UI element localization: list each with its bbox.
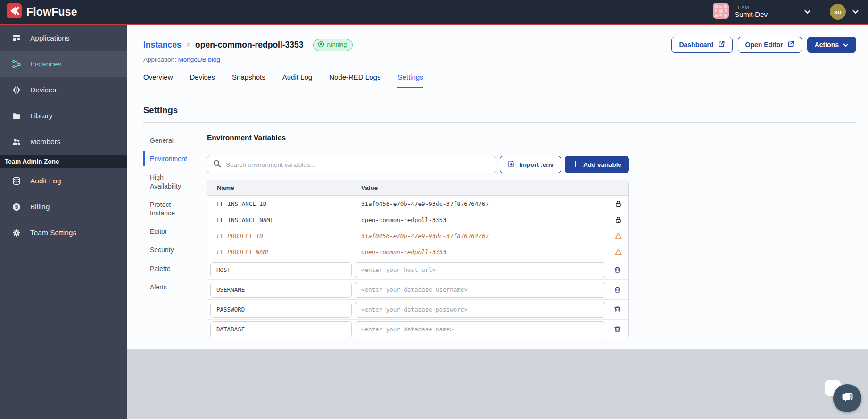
gear-icon bbox=[12, 228, 21, 238]
sidebar-item-label: Devices bbox=[30, 86, 56, 94]
sidebar-item-label: Library bbox=[30, 112, 52, 120]
status-badge-label: running bbox=[327, 41, 347, 48]
application-label: Application: bbox=[143, 56, 176, 63]
sidebar-item-label: Members bbox=[30, 138, 61, 146]
lock-icon bbox=[608, 216, 628, 224]
team-label: TEAM: bbox=[735, 5, 768, 10]
instance-tabs: Overview Devices Snapshots Audit Log Nod… bbox=[143, 73, 856, 88]
settings-nav: General Environment High Availability Pr… bbox=[143, 127, 198, 349]
topbar: FlowFuse TEAM: Sumit-Dev su bbox=[0, 0, 868, 25]
breadcrumb-instances-link[interactable]: Instances bbox=[143, 40, 182, 50]
env-name-input[interactable] bbox=[210, 282, 352, 298]
open-editor-button[interactable]: Open Editor bbox=[738, 37, 802, 53]
team-selector[interactable]: TEAM: Sumit-Dev bbox=[704, 0, 821, 24]
library-icon bbox=[12, 111, 21, 121]
env-value-input[interactable] bbox=[355, 282, 605, 298]
dashboard-button[interactable]: Dashboard bbox=[671, 37, 732, 53]
status-badge: running bbox=[313, 39, 353, 51]
column-header-name: Name bbox=[207, 184, 361, 191]
team-admin-zone-label: Team Admin Zone bbox=[0, 155, 127, 168]
environment-panel: Environment Variables Import .env bbox=[198, 127, 856, 349]
env-name-input[interactable] bbox=[210, 262, 352, 278]
trash-icon[interactable] bbox=[609, 305, 626, 313]
external-link-icon bbox=[787, 41, 794, 49]
sidebar-item-devices[interactable]: Devices bbox=[0, 77, 127, 103]
env-row-database bbox=[207, 319, 628, 339]
sidebar-item-label: Audit Log bbox=[30, 177, 61, 185]
tab-audit-log[interactable]: Audit Log bbox=[282, 73, 312, 88]
tab-overview[interactable]: Overview bbox=[143, 73, 173, 88]
tab-snapshots[interactable]: Snapshots bbox=[232, 73, 265, 88]
svg-text:$: $ bbox=[15, 204, 18, 210]
sidebar-item-library[interactable]: Library bbox=[0, 103, 127, 129]
env-var-value: open-common-redpoll-3353 bbox=[361, 216, 608, 223]
sidebar-item-label: Applications bbox=[30, 34, 70, 42]
team-avatar bbox=[713, 3, 729, 21]
settings-nav-high-availability[interactable]: High Availability bbox=[143, 170, 198, 193]
trash-icon[interactable] bbox=[609, 286, 626, 294]
sidebar-item-applications[interactable]: Applications bbox=[0, 25, 127, 51]
open-editor-button-label: Open Editor bbox=[745, 41, 783, 49]
brand-name: FlowFuse bbox=[26, 6, 77, 18]
sidebar-item-team-settings[interactable]: Team Settings bbox=[0, 220, 127, 246]
search-input[interactable] bbox=[226, 161, 490, 168]
sidebar-item-audit-log[interactable]: Audit Log bbox=[0, 168, 127, 194]
env-name-input[interactable] bbox=[210, 302, 352, 318]
billing-icon: $ bbox=[12, 202, 21, 212]
warning-icon bbox=[608, 248, 628, 256]
application-link[interactable]: MongoDB blog bbox=[178, 56, 220, 63]
env-row-username bbox=[207, 279, 628, 299]
main-area: Instances > open-common-redpoll-3353 run… bbox=[127, 25, 868, 419]
env-value-input[interactable] bbox=[355, 302, 605, 318]
env-row-password bbox=[207, 299, 628, 319]
add-variable-button[interactable]: Add variable bbox=[565, 156, 629, 173]
members-icon bbox=[12, 137, 21, 147]
env-value-input[interactable] bbox=[355, 262, 605, 278]
tab-node-red-logs[interactable]: Node-RED Logs bbox=[329, 73, 380, 88]
settings-nav-palette[interactable]: Palette bbox=[143, 261, 198, 276]
settings-nav-protect-instance[interactable]: Protect Instance bbox=[143, 197, 198, 221]
trash-icon[interactable] bbox=[609, 325, 626, 333]
tab-devices[interactable]: Devices bbox=[190, 73, 215, 88]
env-row-ff-instance-id: FF_INSTANCE_ID 31af0456-e70b-47e9-93dc-3… bbox=[207, 196, 628, 212]
audit-log-icon bbox=[12, 176, 21, 186]
env-variables-table: Name Value FF_INSTANCE_ID 31af0456-e70b-… bbox=[207, 180, 629, 339]
env-var-name: FF_INSTANCE_NAME bbox=[207, 216, 361, 223]
env-name-input[interactable] bbox=[210, 321, 352, 337]
add-variable-label: Add variable bbox=[583, 161, 621, 168]
warning-icon bbox=[608, 232, 628, 240]
trash-icon[interactable] bbox=[609, 266, 626, 274]
flowfuse-brand[interactable]: FlowFuse bbox=[7, 3, 77, 20]
import-env-button[interactable]: Import .env bbox=[500, 156, 561, 173]
env-row-host bbox=[207, 260, 628, 279]
env-row-ff-instance-name: FF_INSTANCE_NAME open-common-redpoll-335… bbox=[207, 212, 628, 228]
sidebar-item-members[interactable]: Members bbox=[0, 129, 127, 155]
chat-button[interactable] bbox=[833, 384, 861, 412]
user-menu[interactable]: su bbox=[821, 0, 868, 24]
sidebar: Applications Instances Devices Library bbox=[0, 25, 127, 419]
settings-title: Settings bbox=[143, 105, 856, 115]
settings-nav-security[interactable]: Security bbox=[143, 242, 198, 257]
sidebar-item-billing[interactable]: $ Billing bbox=[0, 194, 127, 220]
env-var-value: open-common-redpoll-3353 bbox=[361, 248, 608, 255]
status-running-icon bbox=[318, 41, 324, 49]
external-link-icon bbox=[718, 41, 725, 49]
actions-button-label: Actions bbox=[815, 41, 839, 49]
flowfuse-logo-icon bbox=[7, 3, 22, 20]
sidebar-item-instances[interactable]: Instances bbox=[0, 51, 127, 77]
env-value-input[interactable] bbox=[355, 321, 605, 337]
settings-nav-editor[interactable]: Editor bbox=[143, 224, 198, 239]
settings-nav-environment[interactable]: Environment bbox=[143, 151, 198, 166]
tab-settings[interactable]: Settings bbox=[397, 73, 423, 88]
import-env-icon bbox=[507, 160, 515, 169]
content-panel: Instances > open-common-redpoll-3353 run… bbox=[127, 25, 868, 349]
devices-icon bbox=[12, 85, 21, 95]
chat-icon bbox=[840, 390, 854, 406]
actions-button[interactable]: Actions bbox=[807, 37, 856, 53]
sidebar-item-label: Billing bbox=[30, 203, 50, 211]
settings-nav-general[interactable]: General bbox=[143, 133, 198, 148]
team-chevron-down-icon bbox=[804, 8, 810, 16]
settings-nav-alerts[interactable]: Alerts bbox=[143, 279, 198, 295]
app-window: FlowFuse TEAM: Sumit-Dev su bbox=[0, 0, 868, 419]
env-row-ff-project-id: FF_PROJECT_ID 31af0456-e70b-47e9-93dc-37… bbox=[207, 228, 628, 244]
